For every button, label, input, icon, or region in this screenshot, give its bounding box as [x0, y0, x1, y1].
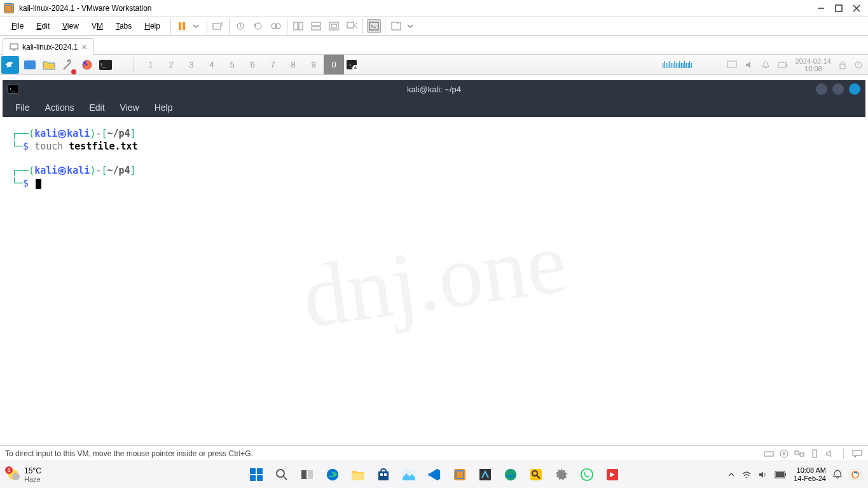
svg-rect-29: [764, 452, 773, 456]
svg-rect-17: [347, 22, 354, 28]
panel-volume-icon[interactable]: [745, 60, 754, 69]
panel-screen-icon[interactable]: [727, 60, 737, 69]
prompt-block-1: ┌──(kali㉿kali)-[~/p4] └─$ touch testfile…: [11, 127, 857, 153]
fullscreen-icon[interactable]: [327, 19, 341, 33]
whatsapp-icon[interactable]: [577, 464, 597, 485]
taskbar-clock[interactable]: 10:08 AM 14-Feb-24: [794, 466, 826, 483]
kali-menu-icon[interactable]: [1, 56, 19, 74]
terminal-minimize-icon[interactable]: [816, 83, 827, 95]
tray-notification-icon[interactable]: [832, 469, 843, 480]
svg-rect-48: [378, 471, 389, 480]
console-view-icon[interactable]: [367, 19, 381, 33]
stretch-icon[interactable]: [389, 19, 403, 33]
panel-terminal-icon[interactable]: ›_: [99, 60, 112, 70]
tray-copilot-icon[interactable]: [849, 468, 862, 481]
term-menu-actions[interactable]: Actions: [38, 100, 82, 115]
pause-button[interactable]: [175, 19, 189, 33]
start-button[interactable]: [246, 464, 266, 485]
audio-visualizer-icon: ılıılıılıılıılıılı: [662, 60, 719, 70]
svg-point-60: [581, 469, 592, 480]
unity-icon[interactable]: [345, 19, 359, 33]
menu-vm[interactable]: VM: [85, 19, 109, 33]
app-icon-1[interactable]: [475, 464, 495, 485]
menu-file[interactable]: File: [5, 19, 30, 33]
terminal-titlebar[interactable]: ›_ kali@kali: ~/p4: [3, 80, 865, 98]
tray-wifi-icon[interactable]: [741, 470, 752, 479]
dropdown-icon[interactable]: [189, 19, 203, 33]
tray-volume-icon[interactable]: [758, 470, 768, 479]
term-menu-file[interactable]: File: [8, 100, 38, 115]
vm-tab[interactable]: kali-linux-2024.1 ×: [3, 38, 94, 55]
tray-battery-icon[interactable]: [775, 471, 787, 478]
workspace-8[interactable]: 8: [283, 55, 303, 74]
store-icon[interactable]: [373, 464, 394, 485]
panel-bell-icon[interactable]: [761, 60, 770, 69]
terminal-body[interactable]: dnj.one ┌──(kali㉿kali)-[~/p4] └─$ touch …: [3, 117, 865, 442]
panel-battery-icon[interactable]: [778, 62, 788, 68]
vm-screen[interactable]: ›_ 1 2 3 4 5 6 7 8 9 0 ›_ 4 ılıılıılıılı…: [0, 55, 868, 445]
vmware-taskbar-icon[interactable]: [450, 464, 470, 485]
menu-view[interactable]: View: [56, 19, 85, 33]
close-icon[interactable]: [853, 4, 860, 12]
workspace-4[interactable]: 4: [202, 55, 222, 74]
panel-tools-icon[interactable]: [59, 55, 78, 74]
layout-double-icon[interactable]: [309, 19, 323, 33]
menu-tabs[interactable]: Tabs: [109, 19, 138, 33]
term-menu-edit[interactable]: Edit: [81, 100, 112, 115]
status-disk-icon[interactable]: [763, 449, 775, 459]
snapshot-icon[interactable]: [233, 19, 247, 33]
svg-rect-26: [840, 64, 845, 69]
layout-single-icon[interactable]: [291, 19, 305, 33]
tab-close-icon[interactable]: ×: [81, 42, 86, 52]
workspace-7[interactable]: 7: [263, 55, 283, 74]
separator: [229, 18, 230, 34]
workspace-1[interactable]: 1: [141, 55, 161, 74]
status-sound-icon[interactable]: [824, 449, 836, 459]
edge-dev-icon[interactable]: [500, 464, 521, 485]
terminal-maximize-icon[interactable]: [832, 83, 844, 95]
task-terminal-badge[interactable]: ›_ 4: [347, 60, 357, 69]
revert-snapshot-icon[interactable]: [251, 19, 265, 33]
search-icon[interactable]: [272, 464, 292, 485]
tray-expand-icon[interactable]: [727, 471, 735, 478]
maximize-icon[interactable]: [835, 4, 843, 12]
term-menu-help[interactable]: Help: [147, 100, 181, 115]
task-view-icon[interactable]: [297, 464, 317, 485]
svg-point-42: [277, 470, 284, 477]
status-network-icon[interactable]: [794, 449, 805, 459]
panel-firefox-icon[interactable]: [78, 55, 97, 74]
taskbar-weather[interactable]: 1 15°C Haze: [0, 466, 48, 483]
status-message-icon[interactable]: [851, 449, 863, 459]
status-cd-icon[interactable]: [778, 449, 790, 459]
panel-files-icon[interactable]: [39, 55, 59, 74]
panel-clock[interactable]: 2024-02-14 10:08: [796, 57, 831, 73]
panel-lock-icon[interactable]: [839, 60, 846, 69]
panel-power-icon[interactable]: [854, 60, 863, 69]
explorer-icon[interactable]: [348, 464, 368, 485]
term-menu-view[interactable]: View: [113, 100, 147, 115]
app-icon-2[interactable]: [526, 464, 546, 485]
svg-rect-6: [213, 24, 221, 29]
workspace-0[interactable]: 0: [324, 55, 344, 74]
terminal-close-icon[interactable]: [849, 83, 860, 95]
vscode-icon[interactable]: [424, 464, 444, 485]
menu-help[interactable]: Help: [138, 19, 167, 33]
photos-icon[interactable]: [399, 464, 419, 485]
svg-rect-13: [312, 22, 320, 25]
workspace-6[interactable]: 6: [242, 55, 263, 74]
status-usb-icon[interactable]: [809, 449, 820, 459]
snapshot-manager-icon[interactable]: [269, 19, 283, 33]
edge-icon[interactable]: [322, 464, 343, 485]
menu-edit[interactable]: Edit: [30, 19, 56, 33]
settings-icon[interactable]: [551, 464, 572, 485]
dropdown-icon[interactable]: [403, 19, 417, 33]
app-icon-3[interactable]: [602, 464, 623, 485]
workspace-9[interactable]: 9: [303, 55, 324, 74]
workspace-5[interactable]: 5: [222, 55, 242, 74]
send-ctrl-alt-del-icon[interactable]: [211, 19, 225, 33]
workspace-3[interactable]: 3: [181, 55, 202, 74]
panel-desktop-icon[interactable]: [24, 60, 36, 69]
workspace-2[interactable]: 2: [161, 55, 181, 74]
prompt-block-2: ┌──(kali㉿kali)-[~/p4] └─$: [11, 164, 857, 190]
minimize-icon[interactable]: [817, 4, 825, 12]
